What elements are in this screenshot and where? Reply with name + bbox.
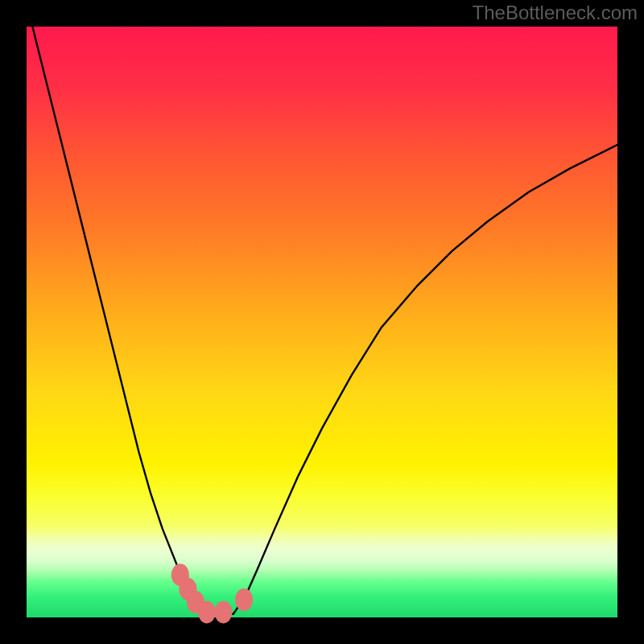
marker-right-marker-1: [235, 588, 253, 611]
watermark-text: TheBottleneck.com: [473, 2, 638, 24]
marker-floor-marker-1: [198, 601, 216, 623]
marker-floor-marker-2: [214, 601, 232, 623]
chart-svg: [0, 0, 644, 644]
plot-area: [27, 27, 617, 617]
chart-stage: TheBottleneck.com: [0, 0, 644, 644]
